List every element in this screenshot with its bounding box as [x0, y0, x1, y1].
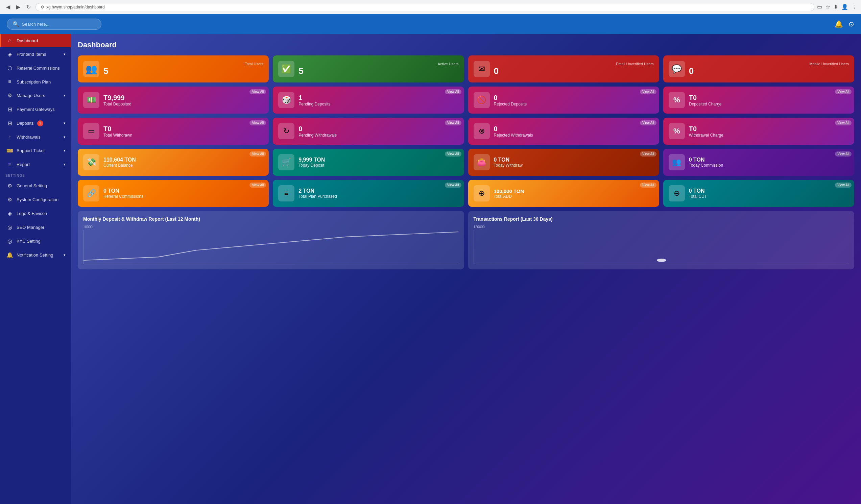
view-all-cut[interactable]: View All	[835, 182, 851, 188]
sidebar-item-manage-users[interactable]: ⚙ Manage Users ▾	[0, 88, 71, 103]
email-icon: ✉	[474, 61, 490, 77]
total-users-label: Total Users	[104, 62, 263, 66]
view-all-rejected-dep[interactable]: View All	[640, 89, 656, 94]
referral-commissions-name: Referral Commissions	[104, 194, 263, 199]
pending-withdrawals-content: 0 Pending Withdrawals	[299, 125, 459, 138]
search-bar[interactable]: 🔍	[7, 18, 101, 30]
header-right: 🔔 ⊙	[835, 20, 854, 28]
back-button[interactable]: ◀	[4, 3, 12, 11]
chart-transactions-area	[474, 230, 849, 264]
report-icon: ≡	[6, 161, 13, 167]
sidebar-item-subscription[interactable]: ≡ Subscription Plan	[0, 75, 71, 88]
view-all-today-dep[interactable]: View All	[445, 151, 462, 156]
stats-row-2: View All 💵 T9,999 Total Deposited View A…	[78, 86, 854, 113]
stats-row-5: View All 🔗 0 TON Referral Commissions Vi…	[78, 180, 854, 207]
refresh-button[interactable]: ↻	[24, 3, 33, 11]
pending-withdrawals-name: Pending Withdrawals	[299, 133, 459, 138]
charts-section: Monthly Deposit & Withdraw Report (Last …	[78, 211, 854, 269]
browser-actions: ▭ ☆ ⬇ 👤 ⋮	[817, 4, 857, 10]
today-commission-value: 0 TON	[689, 157, 849, 163]
kyc-icon: ◎	[6, 238, 13, 244]
view-all-pending-wd[interactable]: View All	[445, 120, 462, 125]
sidebar-item-report[interactable]: ≡ Report ▾	[0, 158, 71, 171]
sidebar-label-subscription: Subscription Plan	[16, 79, 51, 84]
view-all-pending-dep[interactable]: View All	[445, 89, 462, 94]
download-icon[interactable]: ⬇	[834, 4, 838, 10]
total-withdrawn-value: T0	[104, 125, 263, 133]
rejected-withdrawals-icon: ⊗	[474, 123, 490, 139]
main-content: Dashboard 👥 Total Users 5 ✅ Active Users…	[71, 34, 861, 504]
view-all-add[interactable]: View All	[640, 182, 656, 188]
chart-transactions: Transactions Report (Last 30 Days) 12000…	[468, 211, 855, 269]
forward-button[interactable]: ▶	[14, 3, 22, 11]
system-icon: ⚙	[6, 196, 13, 203]
sidebar-item-referral[interactable]: ⬡ Referral Commissions	[0, 61, 71, 75]
profile-icon[interactable]: 👤	[842, 4, 848, 10]
referral-commissions-value: 0 TON	[104, 188, 263, 194]
card-pending-withdrawals: View All ↻ 0 Pending Withdrawals	[273, 118, 464, 145]
view-all-rejected-wd[interactable]: View All	[640, 120, 656, 125]
view-all-withdrawn[interactable]: View All	[249, 120, 266, 125]
app-header: 🔍 🔔 ⊙	[0, 14, 861, 34]
current-balance-content: 110,604 TON Current Balance	[104, 157, 263, 168]
rejected-withdrawals-value: 0	[494, 125, 654, 133]
browser-navigation[interactable]: ◀ ▶ ↻	[4, 3, 33, 11]
sidebar-item-support[interactable]: 🎫 Support Ticket ▾	[0, 144, 71, 158]
sidebar-label-report: Report	[16, 162, 30, 167]
today-deposit-value: 9,999 TON	[299, 157, 459, 163]
card-total-withdrawn: View All ▭ T0 Total Withdrawn	[78, 118, 269, 145]
main-layout: ⌂ Dashboard ◈ Frontend Items ▾ ⬡ Referra…	[0, 34, 861, 504]
sidebar-item-notification[interactable]: 🔔 Notification Setting ▾	[0, 248, 71, 262]
total-cut-name: Total CUT	[689, 194, 849, 199]
bookmark-icon[interactable]: ☆	[825, 4, 830, 10]
menu-icon[interactable]: ⋮	[851, 4, 857, 10]
deposits-badge: 1	[37, 120, 43, 126]
today-commission-content: 0 TON Today Commission	[689, 157, 849, 168]
sidebar-item-logo[interactable]: ◈ Logo & Favicon	[0, 206, 71, 220]
view-all-wd-charge[interactable]: View All	[835, 120, 851, 125]
view-all-balance[interactable]: View All	[249, 151, 266, 156]
withdrawal-charge-name: Withdrawal Charge	[689, 133, 849, 138]
sidebar-item-deposits[interactable]: ⊞ Deposits 1 ▾	[0, 116, 71, 130]
arrow-icon-deposits: ▾	[64, 121, 66, 125]
bell-icon[interactable]: 🔔	[835, 20, 843, 28]
card-today-deposit: View All 🛒 9,999 TON Today Deposit	[273, 149, 464, 176]
stats-row-1: 👥 Total Users 5 ✅ Active Users 5 ✉ Email…	[78, 55, 854, 82]
sidebar-item-general-setting[interactable]: ⚙ General Setting	[0, 179, 71, 193]
sidebar-item-withdrawals[interactable]: ↑ Withdrawals ▾	[0, 130, 71, 144]
view-all-plan[interactable]: View All	[445, 182, 462, 188]
sidebar-item-frontend-items[interactable]: ◈ Frontend Items ▾	[0, 47, 71, 61]
address-bar[interactable]: ⚙ xg.hwym.shop/admin/dashboard	[36, 3, 814, 11]
card-rejected-withdrawals: View All ⊗ 0 Rejected Withdrawals	[468, 118, 659, 145]
sidebar-item-kyc[interactable]: ◎ KYC Setting	[0, 234, 71, 248]
cast-icon[interactable]: ▭	[817, 4, 822, 10]
chart-monthly-area	[83, 230, 459, 264]
card-pending-deposits: View All 🎲 1 Pending Deposits	[273, 86, 464, 113]
search-input[interactable]	[22, 22, 96, 27]
chart-transactions-title: Transactions Report (Last 30 Days)	[474, 216, 849, 222]
arrow-icon: ▾	[64, 52, 66, 56]
rejected-deposits-icon: 🚫	[474, 92, 490, 108]
chart-transactions-ylabel: 120000	[474, 225, 849, 229]
view-all-referral[interactable]: View All	[249, 182, 266, 188]
url-text: xg.hwym.shop/admin/dashboard	[46, 5, 105, 10]
view-all-today-comm[interactable]: View All	[835, 151, 851, 156]
page-title: Dashboard	[78, 41, 854, 49]
pending-deposits-name: Pending Deposits	[299, 102, 459, 107]
view-all-today-wd[interactable]: View All	[640, 151, 656, 156]
plan-purchased-name: Total Plan Purchased	[299, 194, 459, 199]
view-all-dep-charge[interactable]: View All	[835, 89, 851, 94]
sidebar-label-seo: SEO Manager	[16, 225, 44, 230]
sidebar-label-system: System Configuration	[16, 197, 58, 202]
total-add-name: Total ADD	[494, 194, 654, 199]
sidebar-item-payment[interactable]: ⊞ Payment Gateways	[0, 103, 71, 116]
arrow-icon-notification: ▾	[64, 253, 66, 257]
sidebar-item-seo[interactable]: ◎ SEO Manager	[0, 220, 71, 234]
total-cut-value: 0 TON	[689, 188, 849, 194]
settings-icon[interactable]: ⊙	[848, 20, 854, 28]
card-referral-commissions: View All 🔗 0 TON Referral Commissions	[78, 180, 269, 207]
deposited-charge-icon: %	[669, 92, 685, 108]
view-all-deposited[interactable]: View All	[249, 89, 266, 94]
sidebar-item-system-config[interactable]: ⚙ System Configuration	[0, 193, 71, 206]
sidebar-item-dashboard[interactable]: ⌂ Dashboard	[0, 34, 71, 47]
